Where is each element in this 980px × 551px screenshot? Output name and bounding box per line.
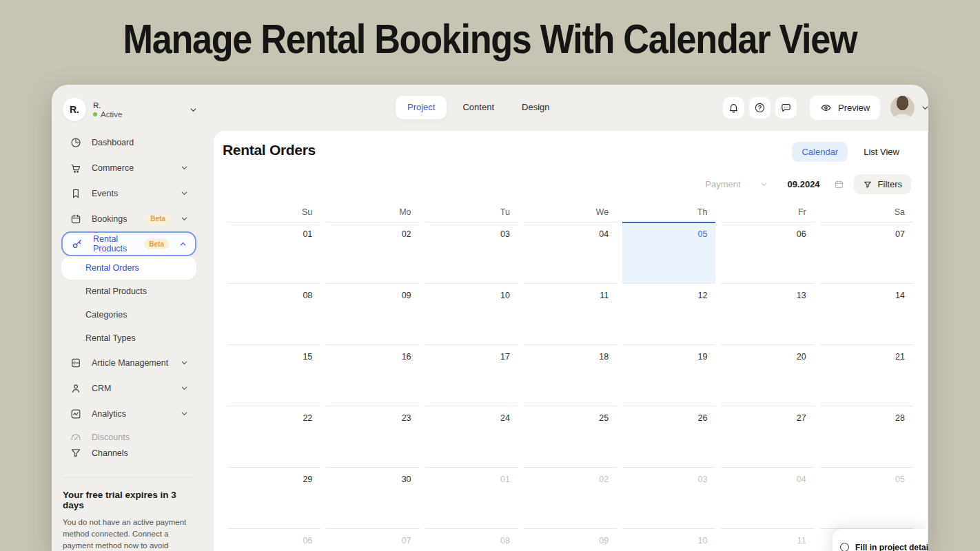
calendar-cell[interactable]: 09 <box>524 528 617 551</box>
calendar-cell[interactable]: 07 <box>820 222 913 283</box>
calendar-cell[interactable]: 06 <box>227 528 320 551</box>
calendar-cell[interactable]: 23 <box>326 406 419 467</box>
crm-icon <box>70 382 82 395</box>
calendar-week-row: 22232425262728 <box>227 406 913 467</box>
tab-project[interactable]: Project <box>396 96 447 119</box>
sidebar-item-events[interactable]: Events <box>61 180 196 206</box>
calendar-week-row: 15161718192021 <box>227 344 913 406</box>
sidebar-subitem-categories[interactable]: Categories <box>61 303 196 326</box>
workspace-meta: R. Active <box>93 101 122 118</box>
help-button[interactable] <box>749 97 770 118</box>
calendar-cell[interactable]: 25 <box>524 406 617 467</box>
calendar-day-header: Fr <box>721 197 814 222</box>
preview-button[interactable]: Preview <box>810 96 880 120</box>
key-icon <box>71 238 83 250</box>
sidebar-item-channels[interactable]: Channels <box>61 440 196 466</box>
calendar-cell[interactable]: 12 <box>622 283 715 344</box>
sidebar-subitem-rental-types[interactable]: Rental Types <box>61 326 196 350</box>
calendar-cell[interactable]: 09 <box>326 283 419 344</box>
calendar-icon[interactable] <box>834 179 844 189</box>
sidebar-item-label: Bookings <box>92 214 127 224</box>
sidebar-item-article-management[interactable]: Article Management <box>61 350 196 375</box>
calendar-week-row: 08091011121314 <box>227 283 913 344</box>
calendar-week-row: 29300102030405 <box>227 467 913 528</box>
calendar-cell[interactable]: 11 <box>721 528 814 551</box>
calendar-cell[interactable]: 10 <box>622 528 715 551</box>
calendar-cell[interactable]: 21 <box>820 344 913 406</box>
calendar-cell[interactable]: 14 <box>820 283 913 344</box>
calendar-cell[interactable]: 07 <box>326 528 419 551</box>
user-avatar[interactable] <box>890 96 915 120</box>
calendar-cell[interactable]: 13 <box>721 283 814 344</box>
calendar-cell-today[interactable]: 05 <box>622 222 715 283</box>
sidebar-item-bookings[interactable]: BookingsBeta <box>61 206 196 231</box>
discounts-icon <box>70 433 82 440</box>
chevron-down-icon <box>180 214 189 223</box>
calendar-cell[interactable]: 20 <box>721 344 814 406</box>
calendar-cell[interactable]: 06 <box>721 222 814 283</box>
calendar-cell[interactable]: 29 <box>227 467 320 528</box>
chevron-down-icon[interactable] <box>921 103 928 112</box>
calendar-cell[interactable]: 28 <box>820 406 913 467</box>
sidebar-item-discounts[interactable]: Discounts <box>61 426 196 440</box>
commerce-icon <box>70 162 82 174</box>
calendar-cell[interactable]: 24 <box>425 406 518 467</box>
workspace-status: Active <box>93 110 122 118</box>
calendar-cell[interactable]: 27 <box>721 406 814 467</box>
calendar-cell[interactable]: 04 <box>721 467 814 528</box>
calendar-cell[interactable]: 11 <box>524 283 617 344</box>
payment-dropdown[interactable]: Payment <box>705 179 768 189</box>
tab-content[interactable]: Content <box>451 96 506 119</box>
chevron-down-icon <box>189 105 198 114</box>
filters-button[interactable]: Filters <box>854 174 911 194</box>
calendar-cell[interactable]: 18 <box>524 344 617 406</box>
chevron-down-icon <box>180 409 189 418</box>
calendar-cell[interactable]: 03 <box>622 467 715 528</box>
calendar-day-header: Mo <box>326 197 419 222</box>
sidebar-item-dashboard[interactable]: Dashboard <box>61 129 196 155</box>
checklist-circle-icon <box>840 543 849 551</box>
workspace-switcher[interactable]: R. R. Active <box>63 96 198 123</box>
calendar-cell[interactable]: 19 <box>622 344 715 406</box>
calendar-cell[interactable]: 10 <box>425 283 518 344</box>
calendar-cell[interactable]: 04 <box>524 222 617 283</box>
calendar-cell[interactable]: 01 <box>227 222 320 283</box>
calendar-cell[interactable]: 03 <box>425 222 518 283</box>
view-list-button[interactable]: List View <box>854 142 909 162</box>
sidebar-item-crm[interactable]: CRM <box>61 375 196 401</box>
calendar-cell[interactable]: 01 <box>425 467 518 528</box>
calendar: SuMoTuWeThFrSa 0102030405060708091011121… <box>227 197 913 551</box>
feedback-button[interactable] <box>775 97 797 118</box>
chevron-down-icon <box>180 163 189 172</box>
calendar-cell[interactable]: 08 <box>425 528 518 551</box>
topbar-tabs: Project Content Design <box>396 96 561 119</box>
sidebar-subitem-rental-orders[interactable]: Rental Orders <box>61 256 196 280</box>
project-checklist-popup[interactable]: Fill in project details <box>833 529 928 551</box>
calendar-cell[interactable]: 15 <box>227 344 320 406</box>
notifications-button[interactable] <box>723 97 744 118</box>
month-selector[interactable]: 09.2024 <box>788 179 820 189</box>
sidebar-item-label: CRM <box>92 384 111 393</box>
calendar-cell[interactable]: 02 <box>326 222 419 283</box>
sidebar-item-rental-products[interactable]: Rental ProductsBeta <box>61 231 196 256</box>
sidebar-subitem-rental-products[interactable]: Rental Products <box>61 280 196 303</box>
beta-badge: Beta <box>144 238 169 249</box>
funnel-icon <box>70 447 82 459</box>
calendar-cell[interactable]: 08 <box>227 283 320 344</box>
calendar-cell[interactable]: 17 <box>425 344 518 406</box>
calendar-cell[interactable]: 02 <box>524 467 617 528</box>
calendar-cell[interactable]: 30 <box>326 467 419 528</box>
page-title: Manage Rental Bookings With Calendar Vie… <box>0 15 980 63</box>
tab-design[interactable]: Design <box>510 96 561 119</box>
calendar-cell[interactable]: 16 <box>326 344 419 406</box>
workspace-name: R. <box>93 101 122 110</box>
sidebar-item-analytics[interactable]: Analytics <box>61 401 196 426</box>
calendar-cell[interactable]: 05 <box>820 467 913 528</box>
view-toggle: Calendar List View <box>792 142 909 162</box>
chevron-down-icon <box>759 180 768 189</box>
calendar-cell[interactable]: 26 <box>622 406 715 467</box>
sidebar-item-commerce[interactable]: Commerce <box>61 155 196 180</box>
calendar-cell[interactable]: 22 <box>227 406 320 467</box>
view-calendar-button[interactable]: Calendar <box>792 142 848 162</box>
bookings-icon <box>70 213 82 225</box>
